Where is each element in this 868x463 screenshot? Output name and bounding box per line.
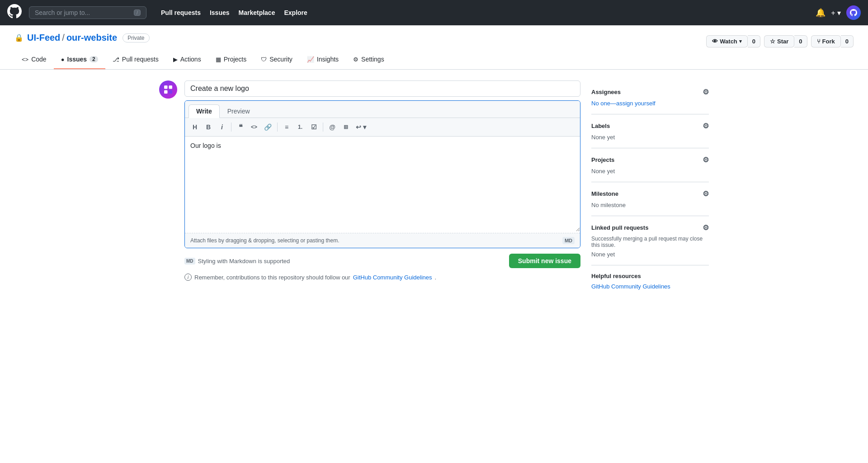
nav-explore[interactable]: Explore (280, 6, 311, 19)
assignees-label: Assignees (591, 89, 621, 95)
milestone-gear[interactable]: ⚙ (703, 189, 709, 198)
pr-icon: ⎇ (113, 56, 119, 63)
fork-button[interactable]: ⑂ Fork (811, 35, 841, 47)
github-logo[interactable] (7, 4, 22, 21)
labels-section: Labels ⚙ None yet (591, 114, 709, 148)
visibility-badge: Private (123, 33, 149, 43)
security-icon: 🛡 (261, 56, 267, 63)
issue-title-input[interactable] (184, 80, 580, 97)
repo-name-link[interactable]: our-website (66, 33, 117, 43)
toolbar-separator-2 (277, 123, 278, 132)
fork-count: 0 (841, 35, 854, 47)
issue-sidebar: Assignees ⚙ No one—assign yourself Label… (591, 80, 709, 297)
form-footer: MD Styling with Markdown is supported Su… (184, 252, 580, 270)
quote-tool[interactable]: ❝ (234, 121, 247, 133)
toolbar-separator-3 (323, 123, 323, 132)
bold-tool[interactable]: B (202, 121, 215, 133)
helpful-resources-header: Helpful resources (591, 273, 709, 279)
milestone-value: No milestone (591, 202, 709, 208)
tab-pull-requests[interactable]: ⎇ Pull requests (105, 50, 166, 69)
editor-footer: Attach files by dragging & dropping, sel… (185, 233, 580, 248)
link-tool[interactable]: 🔗 (261, 121, 274, 133)
helpful-resources-label: Helpful resources (591, 273, 641, 279)
star-count: 0 (794, 35, 807, 47)
tab-actions[interactable]: ▶ Actions (166, 50, 208, 69)
assignees-header: Assignees ⚙ (591, 88, 709, 96)
actions-icon: ▶ (173, 56, 178, 63)
user-avatar (159, 80, 177, 99)
tab-settings[interactable]: ⚙ Settings (346, 50, 392, 69)
task-list-tool[interactable]: ☑ (307, 121, 320, 133)
labels-value: None yet (591, 134, 709, 141)
projects-icon: ▦ (216, 56, 221, 63)
search-input[interactable]: Search or jump to... / (29, 6, 146, 19)
projects-header: Projects ⚙ (591, 156, 709, 164)
milestone-section: Milestone ⚙ No milestone (591, 182, 709, 216)
star-label: Star (777, 38, 788, 45)
issue-form-area: Write Preview H B i ❝ <> 🔗 ≡ (159, 80, 580, 297)
reference-tool[interactable]: ⊞ (340, 121, 352, 133)
lock-icon: 🔒 (14, 33, 24, 42)
nav-pull-requests[interactable]: Pull requests (157, 6, 204, 19)
bullet-list-tool[interactable]: ≡ (280, 121, 293, 133)
markdown-editor: Write Preview H B i ❝ <> 🔗 ≡ (184, 100, 580, 248)
mention-tool[interactable]: @ (326, 121, 339, 133)
preview-tab[interactable]: Preview (220, 104, 258, 118)
linked-prs-gear[interactable]: ⚙ (703, 223, 709, 232)
numbered-list-tool[interactable]: 1. (294, 121, 307, 133)
tab-issues[interactable]: ● Issues 2 (54, 50, 105, 69)
create-new-icon[interactable]: + ▾ (831, 9, 841, 17)
assignees-gear[interactable]: ⚙ (703, 88, 709, 96)
projects-gear[interactable]: ⚙ (703, 156, 709, 164)
undo-tool[interactable]: ↩ ▾ (353, 121, 369, 133)
watch-button[interactable]: 👁 Watch ▾ (706, 35, 748, 47)
star-button[interactable]: ☆ Star (764, 35, 794, 47)
community-guidelines-link[interactable]: GitHub Community Guidelines (353, 274, 432, 281)
community-notice: i Remember, contributions to this reposi… (184, 274, 580, 281)
assignees-section: Assignees ⚙ No one—assign yourself (591, 80, 709, 114)
repo-owner-link[interactable]: UI-Feed (27, 33, 60, 43)
issue-body-textarea[interactable]: Our logo is (185, 137, 580, 232)
breadcrumb-separator: / (62, 33, 65, 43)
nav-marketplace[interactable]: Marketplace (235, 6, 279, 19)
breadcrumb: 🔒 UI-Feed / our-website Private (14, 33, 150, 43)
projects-value: None yet (591, 168, 709, 175)
submit-issue-button[interactable]: Submit new issue (509, 254, 580, 268)
linked-prs-section: Linked pull requests ⚙ Successfully merg… (591, 216, 709, 265)
community-notice-text: Remember, contributions to this reposito… (194, 274, 350, 281)
linked-prs-value: None yet (591, 251, 709, 258)
attach-text: Attach files by dragging & dropping, sel… (190, 237, 340, 244)
code-tool[interactable]: <> (248, 121, 260, 133)
watch-count: 0 (748, 35, 760, 47)
toolbar-separator-1 (231, 123, 231, 132)
italic-tool[interactable]: i (216, 121, 228, 133)
write-tab[interactable]: Write (189, 104, 220, 118)
notifications-icon[interactable]: 🔔 (816, 8, 826, 18)
top-nav-right: 🔔 + ▾ (816, 5, 861, 20)
labels-label: Labels (591, 123, 610, 129)
slash-key: / (134, 9, 141, 16)
community-guidelines-sidebar-link[interactable]: GitHub Community Guidelines (591, 283, 709, 290)
svg-rect-2 (164, 90, 168, 94)
tab-pr-label: Pull requests (122, 56, 159, 63)
tab-insights[interactable]: 📈 Insights (300, 50, 346, 69)
helpful-resources-section: Helpful resources GitHub Community Guide… (591, 265, 709, 297)
md-icon-badge: MD (184, 258, 195, 265)
nav-issues[interactable]: Issues (206, 6, 233, 19)
heading-tool[interactable]: H (189, 121, 201, 133)
md-badge: MD (562, 237, 575, 244)
tab-projects[interactable]: ▦ Projects (208, 50, 254, 69)
tab-code[interactable]: <> Code (14, 50, 54, 69)
svg-rect-3 (169, 90, 173, 94)
assign-yourself-link[interactable]: No one—assign yourself (591, 100, 656, 107)
avatar[interactable] (846, 5, 861, 20)
editor-tabs: Write Preview (185, 101, 580, 118)
code-icon: <> (22, 56, 28, 63)
fork-icon: ⑂ (817, 38, 821, 45)
labels-gear[interactable]: ⚙ (703, 122, 709, 130)
main-content: Write Preview H B i ❝ <> 🔗 ≡ (145, 70, 723, 308)
assignees-value[interactable]: No one—assign yourself (591, 100, 709, 107)
tab-security[interactable]: 🛡 Security (254, 50, 300, 69)
community-period: . (435, 274, 437, 281)
markdown-note-text: Styling with Markdown is supported (198, 258, 290, 265)
